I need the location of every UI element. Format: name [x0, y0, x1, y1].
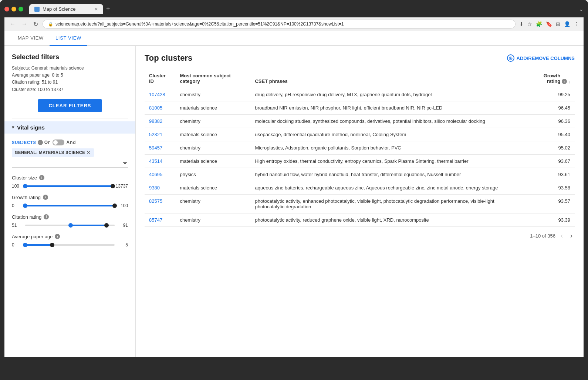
table-row: 85747 chemistry photocatalytic activity,…	[145, 213, 575, 227]
or-and-toggle[interactable]: Or And	[44, 139, 76, 145]
clear-filters-button[interactable]: CLEAR FILTERS	[38, 99, 101, 112]
cell-cluster-id[interactable]: 82575	[145, 195, 175, 213]
apps-grid-icon[interactable]: ⊞	[555, 20, 561, 28]
subjects-info-icon[interactable]: i	[38, 140, 43, 145]
tab-map-view[interactable]: MAP VIEW	[12, 31, 50, 46]
vital-signs-section: ▾ Vital signs	[4, 121, 135, 134]
cell-cset-phrases: drug delivery, pH-responsive drug delive…	[250, 88, 526, 101]
subject-tag: GENERAL: MATERIALS SCIENCE ✕	[12, 148, 94, 157]
citation-max-value: 91	[118, 223, 128, 228]
cell-cluster-id[interactable]: 85747	[145, 213, 175, 227]
subject-select[interactable]	[12, 158, 128, 168]
section-toggle-icon[interactable]: ▾	[12, 125, 14, 130]
sort-desc-icon[interactable]: ↓	[568, 80, 571, 84]
col-cluster-id[interactable]: Cluster ID	[145, 69, 175, 88]
cluster-size-track[interactable]	[25, 185, 113, 187]
active-tab[interactable]: Map of Science ✕	[29, 4, 103, 14]
citation-track[interactable]	[25, 225, 115, 226]
download-icon[interactable]: ⬇	[518, 20, 524, 28]
cluster-size-max-thumb[interactable]	[111, 184, 115, 188]
growth-rating-track[interactable]	[25, 205, 115, 206]
col-growth-rating[interactable]: Growth rating i ↓	[526, 69, 575, 88]
cell-cluster-id[interactable]: 9380	[145, 181, 175, 195]
col-subject[interactable]: Most common subject category	[175, 69, 250, 88]
profile-icon[interactable]: 👤	[563, 20, 571, 28]
maximize-window-button[interactable]	[18, 7, 23, 11]
cell-cluster-id[interactable]: 40695	[145, 168, 175, 181]
menu-icon[interactable]: ⋮	[573, 20, 580, 28]
age-range-row: 0 5	[12, 242, 128, 248]
close-window-button[interactable]	[4, 7, 9, 11]
cell-cset-phrases: photocatalytic activity, enhanced photoc…	[250, 195, 526, 213]
subjects-filter-group: SUBJECTS i Or And GENERAL: MATERIALS S	[12, 139, 128, 168]
cell-cset-phrases: aqueous zinc batteries, rechargeable aqu…	[250, 181, 526, 195]
growth-rating-col-info[interactable]: i	[562, 79, 567, 84]
next-page-button[interactable]: ›	[568, 231, 575, 241]
window-menu-icon[interactable]: ⌄	[579, 6, 584, 13]
cell-growth-rating: 95.40	[526, 128, 575, 141]
cell-subject: chemistry	[175, 213, 250, 227]
cell-cluster-id[interactable]: 52321	[145, 128, 175, 141]
subjects-label: SUBJECTS i Or And	[12, 139, 128, 145]
extensions-icon[interactable]: 🧩	[535, 20, 543, 28]
table-row: 81005 materials science broadband NIR em…	[145, 101, 575, 115]
growth-rating-info-icon[interactable]: i	[43, 195, 48, 200]
growth-rating-min-thumb[interactable]	[23, 204, 27, 208]
tab-close-button[interactable]: ✕	[94, 7, 98, 12]
age-track[interactable]	[25, 244, 115, 246]
cell-subject: materials science	[175, 101, 250, 115]
cluster-size-info-icon[interactable]: i	[39, 175, 44, 180]
growth-rating-range: Growth rating i 0 100	[12, 195, 128, 208]
cell-subject: physics	[175, 168, 250, 181]
cell-cset-phrases: broadband NIR emission, NIR phosphor, NI…	[250, 101, 526, 115]
saved-pages-icon[interactable]: 🔖	[545, 20, 553, 28]
age-min-thumb[interactable]	[23, 243, 27, 247]
tab-list-view[interactable]: LIST VIEW	[50, 31, 87, 46]
cell-growth-rating: 93.57	[526, 195, 575, 213]
subject-tag-remove[interactable]: ✕	[87, 150, 91, 155]
cell-cluster-id[interactable]: 43514	[145, 155, 175, 168]
citation-max-thumb[interactable]	[104, 223, 109, 228]
citation-min-thumb[interactable]	[68, 223, 73, 228]
growth-rating-max-thumb[interactable]	[112, 204, 117, 208]
or-and-switch[interactable]	[53, 139, 64, 145]
citation-rating-label: Citation rating i	[12, 214, 128, 220]
browser-titlebar: Map of Science ✕ + ⌄	[4, 4, 584, 14]
cell-cluster-id[interactable]: 107428	[145, 88, 175, 101]
view-tabs: MAP VIEW LIST VIEW	[4, 31, 584, 46]
minimize-window-button[interactable]	[11, 7, 16, 11]
cell-cset-phrases: hybrid nanofluid flow, water hybrid nano…	[250, 168, 526, 181]
filter-citation: Citation rating: 51 to 91	[12, 79, 128, 86]
new-tab-button[interactable]: +	[103, 4, 113, 14]
citation-info-icon[interactable]: i	[44, 214, 49, 219]
cell-growth-rating: 93.67	[526, 155, 575, 168]
cluster-size-min-thumb[interactable]	[23, 184, 27, 188]
age-max-thumb[interactable]	[50, 243, 54, 247]
growth-rating-label: Growth rating i	[12, 195, 128, 200]
content-title: Top clusters	[145, 53, 192, 63]
cell-cluster-id[interactable]: 81005	[145, 101, 175, 115]
table-row: 43514 materials science High entropy oxi…	[145, 155, 575, 168]
cell-cset-phrases: photocatalytic activity, reduced graphen…	[250, 213, 526, 227]
browser-tabs: Map of Science ✕ +	[29, 4, 579, 14]
table-row: 9380 materials science aqueous zinc batt…	[145, 181, 575, 195]
refresh-button[interactable]: ↻	[32, 20, 40, 28]
subject-input-container: GENERAL: MATERIALS SCIENCE ✕	[12, 148, 128, 168]
back-button[interactable]: ←	[8, 20, 17, 28]
app-content: MAP VIEW LIST VIEW Selected filters Subj…	[4, 31, 584, 357]
table-row: 107428 chemistry drug delivery, pH-respo…	[145, 88, 575, 101]
growth-rating-max-value: 100	[118, 203, 128, 208]
forward-button[interactable]: →	[20, 20, 29, 28]
address-bar[interactable]: 🔒 sciencemap.eto.tech/?all_subjects=Gene…	[43, 20, 516, 28]
prev-page-button[interactable]: ‹	[558, 231, 565, 241]
cell-subject: chemistry	[175, 195, 250, 213]
add-remove-columns-button[interactable]: ⊕ ADD/REMOVE COLUMNS	[507, 54, 575, 62]
table-row: 98382 chemistry molecular docking studie…	[145, 115, 575, 128]
col-cset-phrases[interactable]: CSET phrases	[250, 69, 526, 88]
table-row: 59457 chemistry Microplastics, Adsorptio…	[145, 141, 575, 155]
cell-cluster-id[interactable]: 98382	[145, 115, 175, 128]
table-row: 40695 physics hybrid nanofluid flow, wat…	[145, 168, 575, 181]
age-info-icon[interactable]: i	[55, 234, 60, 239]
cell-cluster-id[interactable]: 59457	[145, 141, 175, 155]
bookmark-star-icon[interactable]: ☆	[527, 20, 533, 28]
